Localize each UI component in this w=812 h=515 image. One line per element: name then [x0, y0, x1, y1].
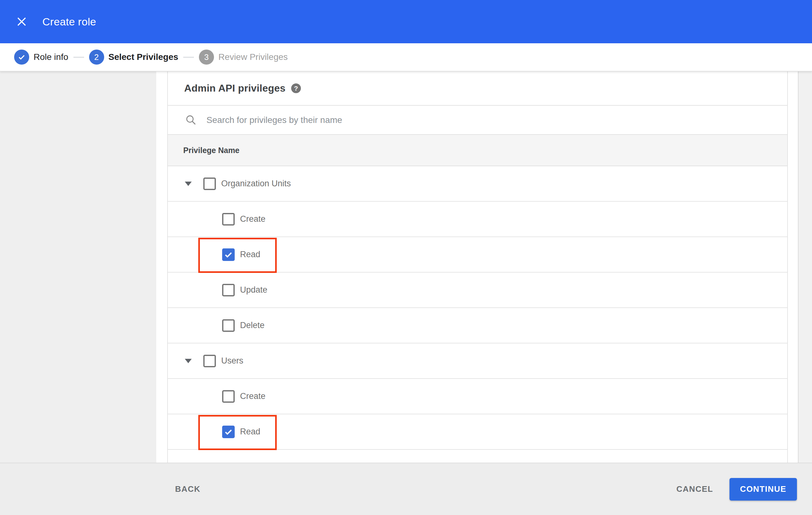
scrollbar-track[interactable] — [798, 71, 812, 463]
collapse-toggle-icon[interactable] — [185, 182, 192, 186]
panel-heading: Admin API privileges — [184, 83, 286, 94]
back-button[interactable]: BACK — [172, 479, 204, 499]
step-number-circle: 3 — [199, 50, 214, 65]
selection-highlight-box — [198, 415, 277, 450]
step-review-privileges[interactable]: 3 Review Privileges — [199, 50, 288, 65]
table-row-create: Create — [168, 202, 787, 237]
selection-highlight-box — [198, 238, 277, 273]
privileges-panel: Admin API privileges ? Privilege Name Or… — [167, 71, 788, 463]
table-header-label: Privilege Name — [183, 146, 239, 155]
step-label: Select Privileges — [109, 52, 178, 62]
footer-actions: CANCEL CONTINUE — [673, 478, 812, 501]
left-panel — [0, 71, 156, 463]
close-icon — [17, 17, 26, 26]
checkbox[interactable] — [203, 178, 216, 190]
checkmark-icon — [223, 249, 233, 260]
checkbox[interactable] — [203, 355, 216, 367]
privilege-label: Read — [240, 427, 260, 436]
dialog-title: Create role — [42, 16, 96, 28]
check-icon — [18, 53, 26, 61]
panel-heading-row: Admin API privileges ? — [168, 71, 787, 106]
search-input[interactable] — [206, 115, 676, 125]
step-connector — [74, 57, 84, 58]
step-label: Review Privileges — [219, 52, 288, 62]
privilege-label: Organization Units — [221, 179, 291, 188]
search-icon — [185, 114, 197, 126]
table-row-users: Users — [168, 343, 787, 379]
table-header: Privilege Name — [168, 135, 787, 166]
help-icon[interactable]: ? — [291, 84, 301, 93]
step-connector — [183, 57, 194, 58]
table-row-delete: Delete — [168, 308, 787, 343]
create-role-dialog: Create role Role info 2 Select Privilege… — [0, 0, 812, 515]
step-number-circle: 2 — [89, 50, 104, 65]
step-select-privileges[interactable]: 2 Select Privileges — [89, 50, 178, 65]
checkbox[interactable] — [222, 319, 235, 332]
step-role-info[interactable]: Role info — [14, 50, 68, 65]
table-row-read: Read — [168, 414, 787, 450]
privilege-label: Read — [240, 250, 260, 260]
table-row-update: Update — [168, 273, 787, 308]
table-row-organization-units: Organization Units — [168, 166, 787, 202]
privilege-label: Users — [221, 356, 243, 366]
dialog-footer: BACK CANCEL CONTINUE — [0, 463, 812, 515]
checkbox[interactable] — [222, 426, 235, 438]
checkmark-icon — [223, 427, 233, 437]
privilege-search-row — [168, 106, 787, 135]
privilege-label: Delete — [240, 321, 264, 330]
step-label: Role info — [34, 52, 68, 62]
dialog-body: Admin API privileges ? Privilege Name Or… — [0, 71, 812, 463]
step-done-circle — [14, 50, 29, 65]
continue-button[interactable]: CONTINUE — [729, 478, 797, 501]
checkbox[interactable] — [222, 284, 235, 296]
wizard-stepper: Role info 2 Select Privileges 3 Review P… — [0, 43, 812, 71]
collapse-toggle-icon[interactable] — [185, 359, 192, 363]
privilege-label: Create — [240, 391, 265, 401]
privilege-label: Update — [240, 285, 267, 295]
checkbox[interactable] — [222, 213, 235, 225]
close-button[interactable] — [15, 15, 29, 29]
privilege-table: Organization Units Create Read Update — [168, 166, 787, 450]
checkbox[interactable] — [222, 248, 235, 261]
privilege-label: Create — [240, 214, 265, 224]
dialog-header: Create role — [0, 0, 812, 43]
cancel-button[interactable]: CANCEL — [673, 479, 716, 499]
table-row-read: Read — [168, 237, 787, 273]
checkbox[interactable] — [222, 390, 235, 403]
table-row-create: Create — [168, 379, 787, 414]
